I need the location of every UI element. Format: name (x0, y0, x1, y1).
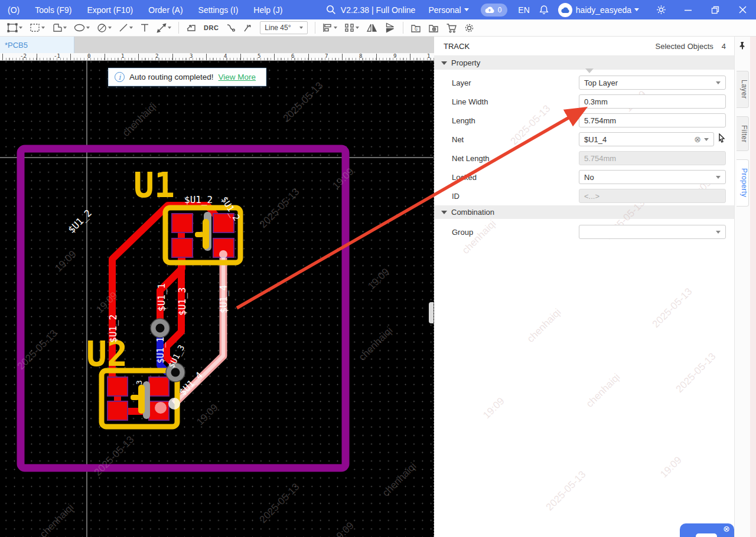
field-id: ID <...> (434, 186, 734, 205)
pcb-drawing[interactable]: U1 U2 $U1_2 $U1_2 (0, 61, 434, 537)
net-label: $U1_2 (184, 194, 213, 205)
watermark: 2025-05-13 (650, 286, 695, 330)
ruler-number: -2 (20, 53, 27, 59)
avatar[interactable] (558, 3, 572, 17)
collapse-triangle-icon (441, 61, 447, 65)
via-1[interactable] (151, 319, 170, 338)
group-select[interactable] (579, 225, 726, 239)
dimension-tool-button[interactable] (153, 20, 175, 35)
track-tool-button[interactable] (222, 20, 239, 35)
align-button[interactable] (319, 20, 341, 35)
line-width-input[interactable] (579, 94, 726, 109)
menu-export[interactable]: Export (F10) (79, 5, 141, 15)
clear-circle-x-icon[interactable]: ⊗ (694, 135, 701, 144)
view-more-link[interactable]: View More (219, 73, 256, 81)
u1-refdes[interactable]: U1 (133, 165, 175, 205)
ruler-number: 2 (155, 53, 158, 59)
dashed-select-tool-button[interactable] (26, 20, 48, 35)
flip-horizontal-button[interactable] (363, 20, 381, 35)
locked-select[interactable]: No (579, 170, 726, 184)
u2-pad-1[interactable] (107, 377, 128, 396)
line-tool-button[interactable] (115, 20, 136, 35)
line-mode-select[interactable]: Line 45° (260, 21, 307, 34)
close-circle-icon[interactable]: ⊗ (723, 525, 730, 533)
net-label: $U1_2 (107, 315, 119, 343)
cloud-sync-badge[interactable]: 0 (481, 4, 508, 17)
track-45-tool-button[interactable] (239, 20, 256, 35)
device-library-button[interactable] (425, 20, 442, 35)
chevron-down-icon (19, 27, 22, 29)
order-cart-button[interactable] (442, 20, 461, 35)
net-label: $U1_1 (155, 337, 166, 364)
minimize-button[interactable] (674, 0, 702, 19)
pick-net-cursor-icon[interactable] (718, 133, 726, 145)
language-toggle[interactable]: EN (518, 5, 529, 15)
route-import-button[interactable] (183, 20, 200, 35)
net-select[interactable]: $U1_4 ⊗ (579, 132, 714, 146)
bell-icon[interactable] (536, 0, 552, 19)
u1-pad-1[interactable] (172, 214, 193, 233)
id-readonly: <...> (579, 189, 726, 203)
panel-collapse-handle[interactable] (429, 302, 434, 323)
field-group: Group (434, 222, 734, 241)
selection-endpoint-glow (219, 250, 227, 258)
keepout-tool-button[interactable] (93, 20, 115, 35)
distribute-button[interactable] (341, 20, 363, 35)
watermark: 2025-05-13 (674, 351, 719, 395)
side-tab-property[interactable]: Property (737, 159, 749, 206)
restore-button[interactable] (702, 0, 729, 19)
layer-select[interactable]: Top Layer (579, 76, 726, 90)
menu-help[interactable]: Help (J) (246, 5, 290, 15)
canvas-settings-gear-icon[interactable] (461, 20, 478, 35)
ruler-number: 7 (325, 53, 328, 59)
u2-pad-2[interactable] (107, 401, 128, 420)
select-tool-button[interactable] (4, 20, 26, 35)
net-label: $U1_3 (177, 287, 188, 316)
footprint-library-button[interactable]: G (407, 20, 425, 35)
ruler-number: 1 (121, 53, 124, 59)
u1-pad-2[interactable] (172, 238, 193, 257)
close-button[interactable] (729, 0, 756, 19)
property-fields: Layer Top Layer Line Width Length Net $U… (434, 70, 734, 205)
field-net-length: Net Length 5.754mm (434, 149, 734, 168)
u2-pad-3[interactable] (149, 377, 169, 396)
version-label: V2.2.38 | Full Online (341, 5, 416, 15)
tab-pcb5[interactable]: *PCB5 (0, 37, 74, 53)
u2-pin1-marker (138, 385, 145, 414)
length-input[interactable] (579, 113, 726, 127)
ruler-number: 8 (359, 53, 362, 59)
flip-vertical-button[interactable] (381, 20, 399, 35)
chevron-down-icon (716, 176, 721, 179)
menu-file[interactable]: (O) (0, 5, 27, 15)
field-length: Length (434, 111, 734, 130)
user-menu[interactable]: haidy_easyeda (576, 5, 639, 15)
combination-fields: Group (434, 219, 734, 241)
section-property[interactable]: Property (434, 56, 734, 70)
workspace-dropdown[interactable]: Personal (428, 5, 468, 15)
side-tab-filter[interactable]: Filter (737, 116, 749, 152)
watermark: chenhaiqi (584, 371, 623, 410)
menu-settings[interactable]: Settings (I) (191, 5, 246, 15)
net-label: $U1_4 (218, 285, 229, 313)
watermark: 19:09 (658, 454, 684, 480)
drc-check-button[interactable]: DRC (200, 20, 222, 35)
chevron-down-icon (41, 27, 45, 29)
text-tool-button[interactable] (136, 20, 153, 35)
chevron-down-icon (716, 81, 721, 84)
ellipse-tool-button[interactable] (70, 20, 93, 35)
u1-pin1-marker-tick (195, 232, 204, 237)
pcb-canvas[interactable]: U1 U2 $U1_2 $U1_2 (0, 61, 434, 537)
search-icon[interactable] (323, 0, 340, 19)
app-settings-gear-icon[interactable] (647, 0, 674, 19)
assistant-popup[interactable]: ⊗ (680, 523, 734, 537)
chevron-down-icon (129, 27, 133, 29)
toolbar-separator (315, 22, 315, 34)
solid-region-tool-button[interactable] (48, 20, 70, 35)
section-combination[interactable]: Combination (434, 205, 734, 219)
pin-icon[interactable] (739, 41, 746, 52)
menu-tools[interactable]: Tools (F9) (27, 5, 79, 15)
panel-collapse-caret-icon[interactable] (585, 68, 594, 73)
selected-objects-label: Selected Objects (655, 42, 713, 51)
menu-order[interactable]: Order (A) (141, 5, 190, 15)
side-tab-layer[interactable]: Layer (737, 71, 749, 108)
